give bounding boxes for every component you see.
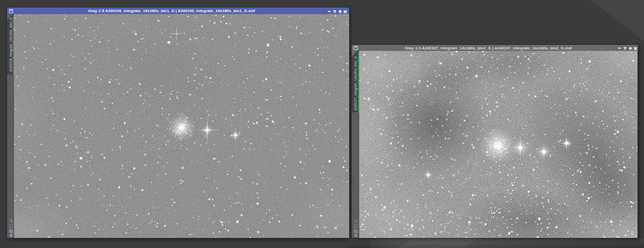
svg-text:A260106_integrate_15x180s_bin1: A260106_integrate_15x180s_bin1_G: [9, 17, 13, 72]
svg-text:A260107_integrate_14x180s_bin2: A260107_integrate_14x180s_bin2_G: [354, 56, 358, 110]
